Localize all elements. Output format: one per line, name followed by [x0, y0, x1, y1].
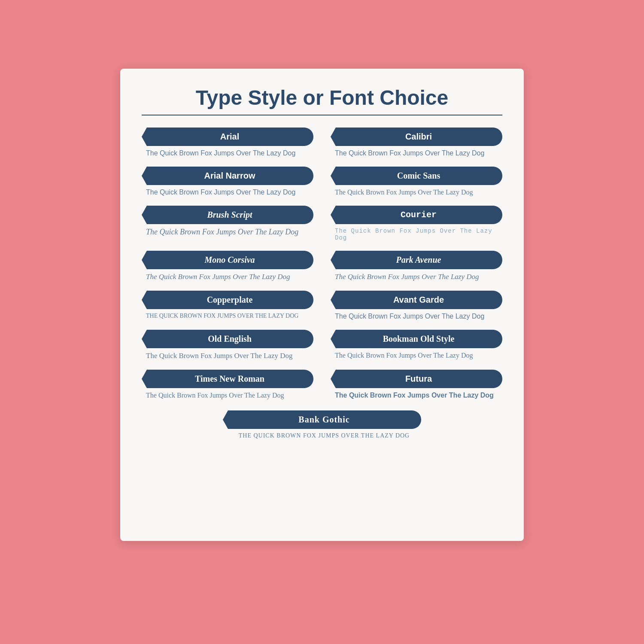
font-label-courier: Courier [331, 206, 502, 224]
font-sample-park-avenue: The Quick Brown Fox Jumps Over The Lazy … [331, 273, 502, 281]
font-entry-bank-gothic: Bank GothicThe Quick Brown Fox Jumps Ove… [142, 410, 502, 439]
font-label-futura: Futura [331, 370, 502, 388]
font-sample-avant-garde: The Quick Brown Fox Jumps Over The Lazy … [331, 313, 502, 320]
font-label-comic-sans: Comic Sans [331, 167, 502, 185]
font-label-arial-narrow: Arial Narrow [142, 167, 313, 185]
font-label-arial: Arial [142, 128, 313, 146]
font-sample-arial-narrow: The Quick Brown Fox Jumps Over The Lazy … [142, 188, 313, 196]
font-sample-courier: The Quick Brown Fox Jumps Over The Lazy … [331, 228, 502, 241]
font-label-mono-corsiva: Mono Corsiva [142, 251, 313, 269]
font-label-old-english: Old English [142, 330, 313, 348]
font-entry-courier: CourierThe Quick Brown Fox Jumps Over Th… [331, 206, 502, 241]
font-sample-bookman: The Quick Brown Fox Jumps Over The Lazy … [331, 352, 502, 359]
title-divider [142, 115, 502, 115]
font-label-bank-gothic: Bank Gothic [223, 410, 421, 429]
font-label-park-avenue: Park Avenue [331, 251, 502, 269]
font-entry-bookman: Bookman Old StyleThe Quick Brown Fox Jum… [331, 330, 502, 360]
font-entry-arial: ArialThe Quick Brown Fox Jumps Over The … [142, 128, 313, 157]
font-entry-arial-narrow: Arial NarrowThe Quick Brown Fox Jumps Ov… [142, 167, 313, 196]
font-label-brush-script: Brush Script [142, 206, 313, 224]
fonts-grid: ArialThe Quick Brown Fox Jumps Over The … [142, 128, 502, 449]
font-sample-copperplate: The Quick Brown Fox Jumps Over The Lazy … [142, 313, 313, 319]
font-sample-futura: The Quick Brown Fox Jumps Over The Lazy … [331, 392, 502, 399]
font-entry-brush-script: Brush ScriptThe Quick Brown Fox Jumps Ov… [142, 206, 313, 241]
font-entry-park-avenue: Park AvenueThe Quick Brown Fox Jumps Ove… [331, 251, 502, 281]
font-label-copperplate: Copperplate [142, 291, 313, 309]
font-sample-mono-corsiva: The Quick Brown Fox Jumps Over The Lazy … [142, 273, 313, 281]
font-sample-bank-gothic: The Quick Brown Fox Jumps Over The Lazy … [234, 432, 410, 439]
font-label-calibri: Calibri [331, 128, 502, 146]
font-label-bookman: Bookman Old Style [331, 330, 502, 348]
font-reference-card: Type Style or Font Choice ArialThe Quick… [120, 69, 524, 541]
font-entry-comic-sans: Comic SansThe Quick Brown Fox Jumps Over… [331, 167, 502, 196]
font-entry-old-english: Old EnglishThe Quick Brown Fox Jumps Ove… [142, 330, 313, 360]
font-sample-comic-sans: The Quick Brown Fox Jumps Over The Lazy … [331, 188, 502, 196]
font-entry-copperplate: CopperplateThe Quick Brown Fox Jumps Ove… [142, 291, 313, 320]
font-entry-futura: FuturaThe Quick Brown Fox Jumps Over The… [331, 370, 502, 399]
font-sample-old-english: The Quick Brown Fox Jumps Over The Lazy … [142, 352, 313, 360]
font-sample-arial: The Quick Brown Fox Jumps Over The Lazy … [142, 149, 313, 157]
font-sample-times-new-roman: The Quick Brown Fox Jumps Over The Lazy … [142, 392, 313, 399]
font-label-avant-garde: Avant Garde [331, 291, 502, 309]
font-label-times-new-roman: Times New Roman [142, 370, 313, 388]
font-sample-brush-script: The Quick Brown Fox Jumps Over The Lazy … [142, 228, 313, 237]
font-entry-times-new-roman: Times New RomanThe Quick Brown Fox Jumps… [142, 370, 313, 399]
font-entry-avant-garde: Avant GardeThe Quick Brown Fox Jumps Ove… [331, 291, 502, 320]
font-entry-calibri: CalibriThe Quick Brown Fox Jumps Over Th… [331, 128, 502, 157]
font-sample-calibri: The Quick Brown Fox Jumps Over The Lazy … [331, 149, 502, 157]
font-entry-mono-corsiva: Mono CorsivaThe Quick Brown Fox Jumps Ov… [142, 251, 313, 281]
page-title: Type Style or Font Choice [142, 86, 502, 109]
